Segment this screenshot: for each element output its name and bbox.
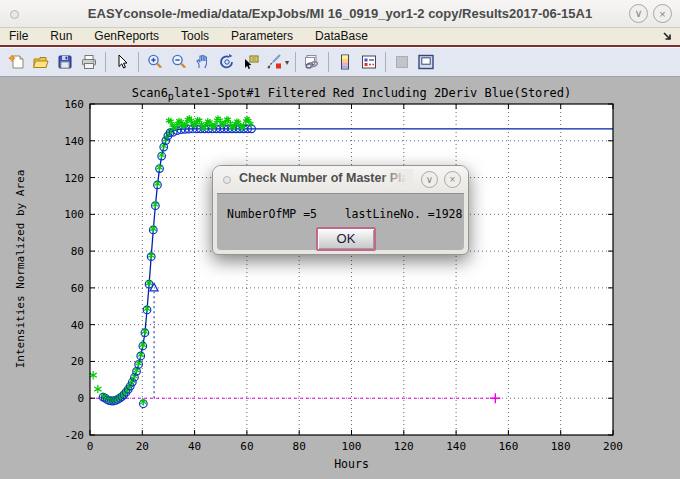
dock-figure-arrow-icon[interactable] — [661, 30, 674, 46]
pan-hand-icon[interactable] — [191, 50, 215, 74]
svg-text:40: 40 — [188, 440, 201, 453]
dialog-content: NumberOfMP =5 lastLineNo. =1928 OK — [217, 193, 464, 250]
save-figure-icon[interactable] — [53, 50, 77, 74]
window-minimize-button[interactable]: ∨ — [629, 4, 648, 23]
svg-text:-20: -20 — [64, 429, 84, 442]
print-figure-icon[interactable] — [77, 50, 101, 74]
svg-text:200: 200 — [603, 440, 623, 453]
link-plot-icon[interactable] — [300, 50, 324, 74]
svg-text:140: 140 — [446, 440, 466, 453]
svg-text:0: 0 — [77, 392, 84, 405]
hide-plot-tools-icon — [390, 50, 414, 74]
figure-toolbar: ▾ — [0, 47, 680, 77]
svg-text:140: 140 — [64, 135, 84, 148]
zoom-out-icon[interactable] — [167, 50, 191, 74]
insert-legend-icon[interactable] — [357, 50, 381, 74]
ok-button[interactable]: OK — [316, 227, 376, 251]
menu-run[interactable]: Run — [39, 28, 83, 45]
dialog-info-text: NumberOfMP =5 lastLineNo. =1928 — [227, 207, 462, 221]
window-icon — [10, 10, 19, 19]
brush-data-icon[interactable] — [263, 50, 287, 74]
svg-text:40: 40 — [71, 319, 84, 332]
window-title: EASYconsole-/media/data/ExpJobs/MI 16_09… — [0, 6, 680, 21]
svg-text:80: 80 — [71, 245, 84, 258]
open-file-icon[interactable] — [29, 50, 53, 74]
data-cursor-icon[interactable] — [239, 50, 263, 74]
svg-text:160: 160 — [498, 440, 518, 453]
dialog-minimize-button[interactable]: ∨ — [421, 171, 438, 188]
svg-text:100: 100 — [64, 208, 84, 221]
menubar: File Run GenReports Tools Parameters Dat… — [0, 28, 680, 45]
toolbar-separator — [328, 52, 329, 72]
show-plot-tools-icon[interactable] — [414, 50, 438, 74]
svg-text:60: 60 — [240, 440, 253, 453]
dialog-title-fade — [381, 169, 413, 190]
rotate-3d-icon[interactable] — [215, 50, 239, 74]
menu-database[interactable]: DataBase — [304, 28, 379, 45]
brush-dropdown-caret-icon[interactable]: ▾ — [285, 58, 289, 67]
toolbar-separator — [105, 52, 106, 72]
dialog-close-button[interactable]: × — [444, 171, 461, 188]
window-titlebar: EASYconsole-/media/data/ExpJobs/MI 16_09… — [0, 0, 680, 28]
insert-colorbar-icon[interactable] — [333, 50, 357, 74]
svg-text:160: 160 — [64, 98, 84, 111]
dialog-window-icon — [223, 176, 231, 184]
toolbar-separator — [385, 52, 386, 72]
x-axis-label: Hours — [334, 457, 369, 471]
menu-file[interactable]: File — [0, 28, 39, 45]
svg-text:80: 80 — [293, 440, 306, 453]
svg-text:180: 180 — [551, 440, 571, 453]
menu-parameters[interactable]: Parameters — [220, 28, 304, 45]
toolbar-separator — [138, 52, 139, 72]
zoom-in-icon[interactable] — [143, 50, 167, 74]
svg-text:120: 120 — [394, 440, 414, 453]
check-master-plates-dialog: Check Number of Master Pla ∨ × NumberOfM… — [212, 165, 469, 255]
svg-text:120: 120 — [64, 172, 84, 185]
svg-text:20: 20 — [136, 440, 149, 453]
toolbar-separator — [295, 52, 296, 72]
new-figure-icon[interactable] — [5, 50, 29, 74]
dialog-titlebar[interactable]: Check Number of Master Pla ∨ × — [213, 166, 468, 193]
figure-canvas: Scan6plate1-Spot#1 Filtered Red Includin… — [0, 77, 680, 479]
svg-text:0: 0 — [87, 440, 94, 453]
svg-text:60: 60 — [71, 282, 84, 295]
menu-tools[interactable]: Tools — [170, 28, 220, 45]
plot-area[interactable]: 020406080100120140160180200-200204060801… — [0, 77, 680, 479]
menu-genreports[interactable]: GenReports — [83, 28, 170, 45]
svg-text:20: 20 — [71, 355, 84, 368]
window-close-button[interactable]: × — [653, 4, 672, 23]
edit-plot-cursor-icon[interactable] — [110, 50, 134, 74]
svg-text:100: 100 — [342, 440, 362, 453]
